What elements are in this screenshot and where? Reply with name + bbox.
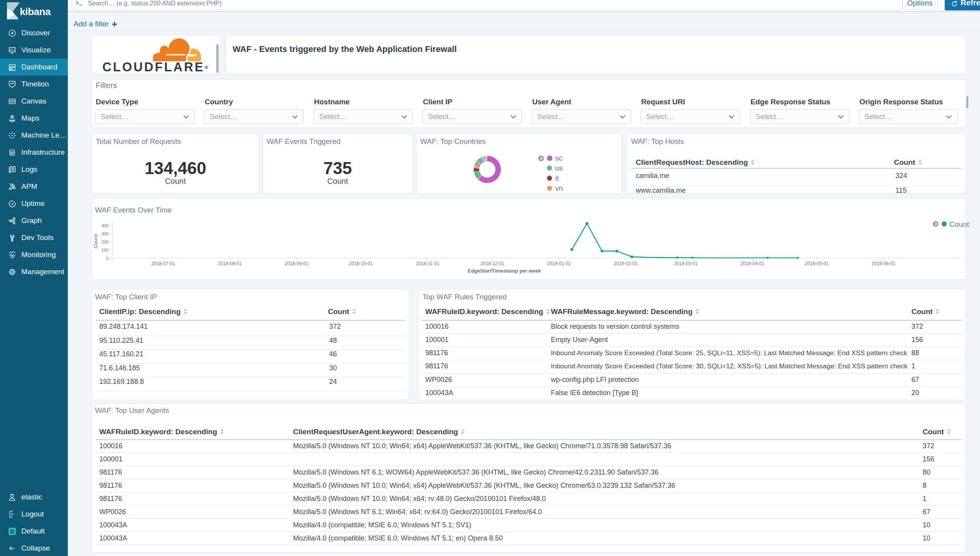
svg-text:2018-11-01: 2018-11-01 xyxy=(416,261,440,266)
svg-text:2018-07-01: 2018-07-01 xyxy=(151,261,175,266)
svg-text:0: 0 xyxy=(106,256,109,261)
svg-text:D: D xyxy=(10,528,14,534)
svg-text:2019-05-01: 2019-05-01 xyxy=(805,261,829,266)
svg-text:2018-09-01: 2018-09-01 xyxy=(285,261,309,266)
svg-text:2019-02-01: 2019-02-01 xyxy=(614,261,638,266)
svg-text:2019-06-01: 2019-06-01 xyxy=(871,261,895,266)
svg-text:2019-04-01: 2019-04-01 xyxy=(740,261,764,266)
svg-text:200: 200 xyxy=(102,240,109,244)
svg-text:2019-01-01: 2019-01-01 xyxy=(547,261,571,266)
svg-text:2018-10-01: 2018-10-01 xyxy=(349,261,373,266)
svg-text:100: 100 xyxy=(102,248,109,252)
svg-text:2018-08-01: 2018-08-01 xyxy=(218,261,242,266)
svg-text:300: 300 xyxy=(102,231,109,236)
svg-text:EdgeStartTimestamp per week: EdgeStartTimestamp per week xyxy=(468,268,541,274)
svg-text:2018-12-01: 2018-12-01 xyxy=(480,261,504,266)
svg-text:400: 400 xyxy=(102,223,109,228)
svg-text:Count: Count xyxy=(93,234,98,249)
svg-text:2019-03-01: 2019-03-01 xyxy=(674,261,698,266)
